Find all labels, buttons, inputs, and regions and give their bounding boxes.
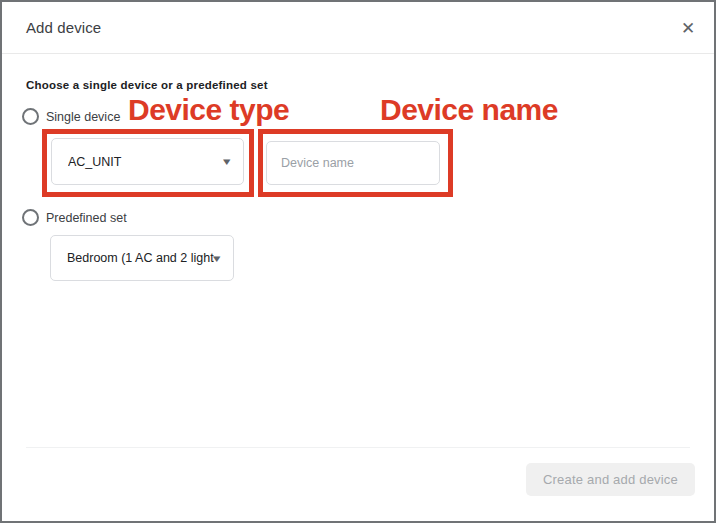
device-name-annotation-label: Device name (380, 95, 558, 125)
chevron-down-icon[interactable]: ▾ (214, 253, 221, 264)
chevron-down-icon[interactable]: ▾ (224, 156, 231, 167)
device-type-value: AC_UNIT (68, 155, 224, 169)
add-device-dialog: Add device ✕ Choose a single device or a… (0, 0, 716, 523)
predefined-set-value: Bedroom (1 AC and 2 lights) (67, 251, 214, 265)
section-label: Choose a single device or a predefined s… (26, 79, 268, 91)
predefined-set-select[interactable]: Bedroom (1 AC and 2 lights) ▾ (50, 235, 234, 281)
dialog-title: Add device (26, 2, 101, 54)
predefined-set-radio-row: Predefined set (22, 209, 127, 226)
device-name-input[interactable] (266, 141, 440, 185)
single-device-radio[interactable] (22, 108, 39, 125)
create-and-add-device-button[interactable]: Create and add device (526, 463, 695, 496)
device-type-annotation-label: Device type (128, 95, 289, 125)
dialog-header: Add device ✕ (2, 2, 714, 54)
close-icon[interactable]: ✕ (672, 12, 704, 44)
footer-divider (26, 447, 690, 448)
single-device-radio-row: Single device (22, 108, 120, 125)
predefined-set-radio[interactable] (22, 209, 39, 226)
single-device-radio-label[interactable]: Single device (46, 110, 120, 124)
device-type-select[interactable]: AC_UNIT ▾ (51, 138, 244, 185)
predefined-set-radio-label[interactable]: Predefined set (46, 211, 127, 225)
